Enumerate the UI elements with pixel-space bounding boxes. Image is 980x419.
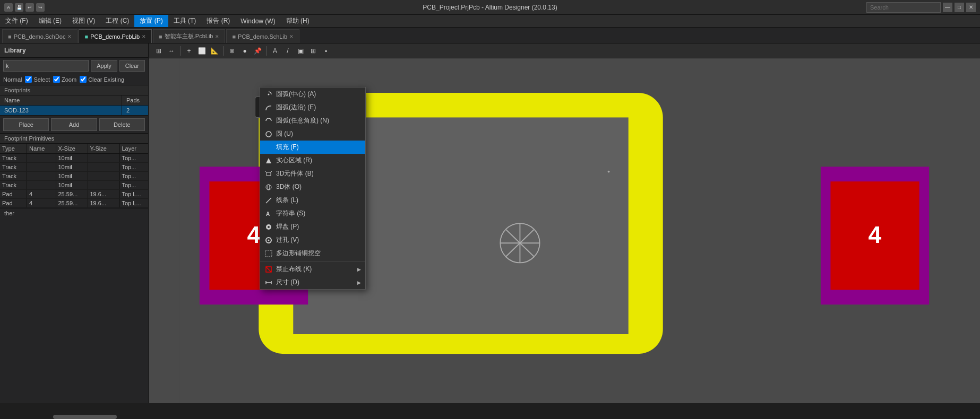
tab-pcb-demo-schlib[interactable]: ■ PCB_demo.SchLib ✕ (226, 29, 299, 43)
dd-pad[interactable]: 焊盘 (P) (260, 220, 365, 233)
dd-string[interactable]: A 字符串 (S) (260, 207, 365, 220)
add-button[interactable]: Add (51, 118, 97, 131)
close-button[interactable]: ✕ (966, 3, 976, 12)
dd-arc-any-label: 圆弧(任意角度) (N) (276, 116, 361, 125)
tab-close-pcblib[interactable]: ✕ (142, 34, 146, 39)
footprint-row-sod123[interactable]: SOD-123 2 (0, 106, 148, 116)
tool-region3[interactable]: ▪ (320, 45, 332, 57)
tool-sep-3 (266, 46, 267, 56)
dd-fill[interactable]: 填充 (F) (260, 141, 365, 154)
apply-button[interactable]: Apply (91, 60, 117, 72)
tool-region1[interactable]: ▣ (295, 45, 306, 57)
tab-icon-pcblib: ■ (84, 33, 88, 40)
delete-button[interactable]: Delete (99, 118, 145, 131)
tool-dot[interactable]: ● (239, 45, 251, 57)
dd-keepout-label: 禁止布线 (K) (276, 265, 354, 274)
prim-row-0[interactable]: Track 10mil Top... (0, 154, 148, 163)
tab-pcb-demo-pcblib[interactable]: ■ PCB_demo.PcbLib ✕ (79, 29, 152, 43)
dd-3d-body[interactable]: 3D元件体 (B) (260, 167, 365, 180)
via-icon (264, 236, 273, 245)
dd-keepout[interactable]: 禁止布线 (K) ▶ (260, 263, 365, 276)
tab-close-smartcar[interactable]: ✕ (215, 34, 219, 39)
dd-solid-region[interactable]: 实心区域 (R) (260, 154, 365, 167)
dd-3d-obj-label: 3D体 (O) (276, 182, 361, 191)
title-search-input[interactable] (866, 2, 941, 13)
menu-help[interactable]: 帮助 (H) (281, 15, 315, 27)
dd-3d-obj[interactable]: 3D体 (O) (260, 180, 365, 194)
prim-row-2[interactable]: Track 10mil Top... (0, 172, 148, 181)
tool-filter[interactable]: ⊞ (153, 45, 165, 57)
library-search-input[interactable] (3, 60, 89, 72)
dd-arc-center[interactable]: 圆弧(中心) (A) (260, 88, 365, 101)
select-checkbox-label[interactable]: Select (25, 76, 50, 83)
select-label: Select (33, 76, 50, 83)
place-button[interactable]: Place (3, 118, 49, 131)
svg-line-24 (266, 198, 271, 203)
title-bar: A 💾 ↩ ↪ PCB_Project.PrjPcb - Altium Desi… (0, 0, 980, 15)
select-checkbox[interactable] (25, 76, 32, 83)
menu-file[interactable]: 文件 (F) (0, 15, 33, 27)
dd-arc-any[interactable]: 圆弧(任意角度) (N) (260, 114, 365, 127)
tool-rect-select[interactable]: ⬜ (196, 45, 208, 57)
clear-button[interactable]: Clear (119, 60, 145, 72)
tool-region2[interactable]: ⊞ (307, 45, 319, 57)
menu-window[interactable]: Window (W) (235, 16, 280, 27)
menu-bar: 文件 (F) 编辑 (E) 视图 (V) 工程 (C) 放置 (P) 工具 (T… (0, 15, 980, 28)
dd-poly-cutout[interactable]: 多边形铺铜挖空 (260, 247, 365, 260)
tool-sep-2 (223, 46, 223, 56)
canvas-toolbar: ⊞ ↔ + ⬜ 📐 ⊗ ● 📌 A / ▣ ⊞ ▪ (149, 43, 980, 58)
minimize-button[interactable]: — (943, 3, 952, 12)
tab-close-schdoc[interactable]: ✕ (67, 34, 72, 39)
tool-clear-net[interactable]: ⊗ (226, 45, 238, 57)
dd-dimension[interactable]: 尺寸 (D) ▶ (260, 276, 365, 289)
panel-header-library: Library (0, 43, 148, 58)
arc-edge-icon (264, 103, 273, 112)
menu-tools[interactable]: 工具 (T) (168, 15, 202, 27)
tool-measure[interactable]: 📐 (209, 45, 220, 57)
app-icon: A (4, 3, 13, 12)
prim-row-4[interactable]: Pad 4 25.59... 19.6... Top L... (0, 190, 148, 199)
tool-line[interactable]: / (282, 45, 294, 57)
place-dropdown-menu[interactable]: 圆弧(中心) (A) 圆弧(边沿) (E) 圆弧(任意角度) (N) 圆 (U) (260, 87, 366, 290)
redo-icon[interactable]: ↪ (36, 3, 45, 12)
svg-rect-30 (265, 250, 272, 257)
zoom-checkbox-label[interactable]: Zoom (53, 76, 76, 83)
prim-row-3[interactable]: Track 10mil Top... (0, 181, 148, 190)
tool-pin[interactable]: 📌 (252, 45, 263, 57)
prim-row-1[interactable]: Track 10mil Top... (0, 163, 148, 172)
horizontal-scrollbar[interactable] (0, 415, 980, 419)
save-icon[interactable]: 💾 (15, 3, 23, 12)
title-bar-left: A 💾 ↩ ↪ (4, 3, 45, 12)
dd-via[interactable]: 过孔 (V) (260, 233, 365, 247)
tab-smart-car-pcblib[interactable]: ■ 智能车主板.PcbLib ✕ (153, 29, 225, 43)
maximize-button[interactable]: □ (955, 3, 964, 12)
poly-cutout-icon (264, 249, 273, 258)
dd-line[interactable]: 线条 (L) (260, 194, 365, 207)
menu-place[interactable]: 放置 (P) (134, 15, 168, 27)
pth-type: Type (0, 144, 27, 153)
clear-existing-checkbox-label[interactable]: Clear Existing (80, 76, 124, 83)
zoom-checkbox[interactable] (53, 76, 60, 83)
circle-icon (264, 130, 273, 138)
th-pads: Pads (122, 95, 148, 105)
tool-select-net[interactable]: ↔ (166, 45, 177, 57)
dd-pad-label: 焊盘 (P) (276, 222, 361, 231)
menu-project[interactable]: 工程 (C) (100, 15, 134, 27)
canvas-area[interactable]: ⊞ ↔ + ⬜ 📐 ⊗ ● 📌 A / ▣ ⊞ ▪ (149, 43, 980, 403)
menu-edit[interactable]: 编辑 (E) (33, 15, 67, 27)
footprint-name: SOD-123 (0, 106, 122, 115)
keepout-icon (264, 265, 273, 274)
scrollbar-thumb[interactable] (53, 415, 117, 419)
tab-close-schlib[interactable]: ✕ (289, 34, 294, 39)
dd-circle[interactable]: 圆 (U) (260, 127, 365, 141)
svg-text:4: 4 (247, 222, 261, 248)
undo-icon[interactable]: ↩ (25, 3, 34, 12)
tool-plus[interactable]: + (183, 45, 195, 57)
tool-text[interactable]: A (269, 45, 281, 57)
clear-existing-checkbox[interactable] (80, 76, 87, 83)
prim-row-5[interactable]: Pad 4 25.59... 19.6... Top L... (0, 199, 148, 208)
tab-pcb-demo-schdoc[interactable]: ■ PCB_demo.SchDoc ✕ (2, 29, 78, 43)
dd-arc-edge[interactable]: 圆弧(边沿) (E) (260, 101, 365, 114)
menu-view[interactable]: 视图 (V) (67, 15, 100, 27)
menu-report[interactable]: 报告 (R) (201, 15, 235, 27)
